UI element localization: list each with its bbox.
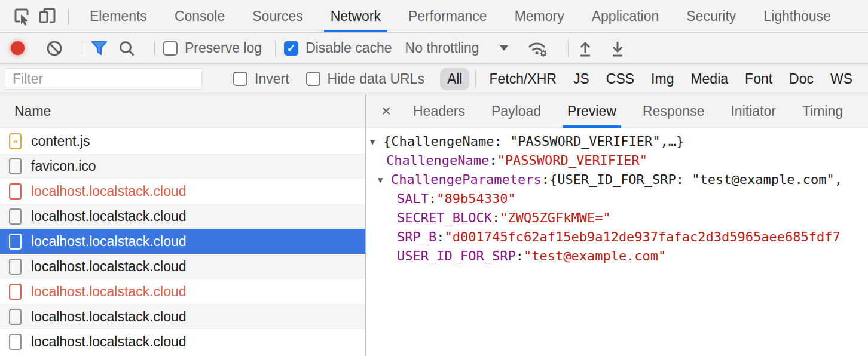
json-tree-line[interactable]: ▼{ChallengeName: "PASSWORD_VERIFIER",…} [366,132,868,151]
filter-pill-doc[interactable]: Doc [782,68,821,90]
network-conditions-button[interactable] [526,39,549,58]
details-tabs: HeadersPayloadPreviewResponseInitiatorTi… [400,94,856,128]
import-har-button[interactable] [577,39,594,57]
preview-json-tree: ▼{ChallengeName: "PASSWORD_VERIFIER",…}C… [366,128,868,356]
search-button[interactable] [118,40,135,57]
json-tree-line: SRP_B: "d001745fc62af15eb9a12de937fafac2… [366,228,868,247]
disable-cache-checkbox[interactable]: ✓ [284,41,298,56]
disable-cache-label[interactable]: Disable cache [305,40,392,56]
tab-network[interactable]: Network [317,0,395,32]
script-glyph: ‹› [13,137,17,145]
document-file-icon [9,234,22,250]
request-name: localhost.localstack.cloud [31,309,187,325]
tab-lighthouse[interactable]: Lighthouse [750,0,845,32]
details-tab-response[interactable]: Response [629,94,718,128]
search-icon [118,40,135,57]
hide-data-urls-label[interactable]: Hide data URLs [328,71,424,87]
disable-cache-group: ✓ Disable cache [284,40,392,56]
document-file-icon [9,158,22,174]
preserve-log-label[interactable]: Preserve log [185,40,262,56]
details-tab-preview[interactable]: Preview [554,94,629,128]
request-row[interactable]: localhost.localstack.cloud [0,304,365,329]
invert-label[interactable]: Invert [255,71,289,87]
filter-pill-fetch-xhr[interactable]: Fetch/XHR [482,68,563,90]
json-string: "test@example.com" [524,247,666,266]
filter-pill-media[interactable]: Media [683,68,735,90]
json-tree-line: SECRET_BLOCK: "ZWQ5ZGFkMWE=" [366,208,868,228]
json-colon: : [489,151,497,170]
request-row[interactable]: localhost.localstack.cloud [0,204,365,229]
document-file-icon [9,259,22,275]
invert-checkbox[interactable] [233,72,247,86]
document-file-icon [9,334,22,350]
details-tab-initiator[interactable]: Initiator [717,94,788,128]
request-name: localhost.localstack.cloud [31,208,187,225]
clear-icon [46,40,63,57]
request-name: favicon.ico [31,158,96,174]
request-row[interactable]: localhost.localstack.cloud [0,179,365,204]
close-details-button[interactable]: × [372,94,400,128]
request-row[interactable]: localhost.localstack.cloud [0,279,365,304]
filter-toggle-button[interactable] [91,41,108,56]
request-name: localhost.localstack.cloud [31,234,187,250]
tab-sources[interactable]: Sources [239,0,316,32]
filter-pill-all[interactable]: All [440,68,470,90]
json-tree-line[interactable]: ▼ChallengeParameters: {USER_ID_FOR_SRP: … [366,170,868,189]
document-file-icon [9,183,22,200]
request-row[interactable]: localhost.localstack.cloud [0,254,365,279]
toggle-device-toolbar-button[interactable] [35,0,61,32]
json-key: ChallengeParameters [391,170,542,189]
tab-console[interactable]: Console [161,0,239,32]
panel-tabs: ElementsConsoleSourcesNetworkPerformance… [76,0,845,32]
hide-data-urls-checkbox[interactable] [306,72,320,86]
preserve-log-checkbox[interactable] [163,41,178,56]
json-key: SRP_B [397,228,436,247]
filter-pill-css[interactable]: CSS [599,68,641,90]
tab-application[interactable]: Application [578,0,673,32]
request-row[interactable]: favicon.ico [0,154,365,179]
clear-network-log-button[interactable] [46,40,63,57]
filter-pill-wasm[interactable]: Wasm [862,68,868,90]
tab-performance[interactable]: Performance [395,0,501,32]
tab-elements[interactable]: Elements [76,0,161,32]
tab-memory[interactable]: Memory [501,0,578,32]
network-main-area: Name ‹›content.jsfavicon.icolocalhost.lo… [0,94,868,356]
json-colon: : [516,247,524,266]
throttling-value: No throttling [405,40,479,56]
json-string: "89b54330" [436,189,515,208]
toolbar-separator [82,40,82,57]
details-tab-timing[interactable]: Timing [789,94,856,128]
pill-separator [475,70,476,88]
chevron-down-icon [500,45,508,51]
toolbar-separator [275,40,276,57]
expand-triangle-icon[interactable]: ▼ [370,132,383,151]
devtools-window: ElementsConsoleSourcesNetworkPerformance… [0,0,868,356]
name-column-header[interactable]: Name [0,94,365,128]
json-key: ChallengeName [386,151,489,170]
request-row[interactable]: ‹›content.js [0,128,365,154]
filter-pill-ws[interactable]: WS [823,68,860,90]
expand-triangle-icon[interactable]: ▼ [378,170,391,189]
export-har-button[interactable] [609,39,626,57]
network-filter-bar: Invert Hide data URLs AllFetch/XHRJSCSSI… [0,64,868,94]
filter-pill-font[interactable]: Font [738,68,780,90]
download-arrow-icon [609,39,626,57]
request-name: localhost.localstack.cloud [31,183,187,200]
document-file-icon [9,284,22,300]
json-tree-line: USER_ID_FOR_SRP: "test@example.com" [366,247,868,266]
invert-group: Invert [233,71,289,87]
inspect-element-button[interactable] [8,0,35,32]
request-row[interactable]: localhost.localstack.cloud [0,329,365,354]
request-list-panel: Name ‹›content.jsfavicon.icolocalhost.lo… [0,94,366,356]
tab-security[interactable]: Security [673,0,750,32]
filter-pill-img[interactable]: Img [644,68,681,90]
request-type-filters: AllFetch/XHRJSCSSImgMediaFontDocWSWasmMa… [440,68,868,90]
filter-pill-js[interactable]: JS [566,68,597,90]
request-row[interactable]: localhost.localstack.cloud [0,229,365,254]
filter-input[interactable] [5,68,202,90]
details-tab-payload[interactable]: Payload [478,94,554,128]
throttling-dropdown[interactable]: No throttling [405,40,508,56]
details-tab-headers[interactable]: Headers [400,94,478,128]
record-network-log-button[interactable] [11,41,25,55]
json-colon: : [429,189,436,208]
